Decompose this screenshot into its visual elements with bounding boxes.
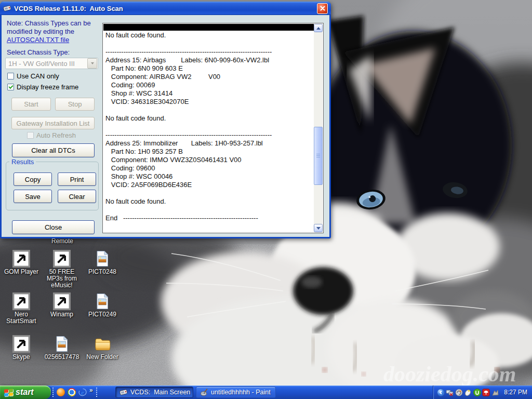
close-icon xyxy=(319,5,326,12)
desktop-icon-label: GOM Player xyxy=(4,269,38,275)
checkbox-label: Auto Refresh xyxy=(36,131,76,139)
checkmark-icon xyxy=(8,84,13,89)
desktop-icon-nero-startsmart[interactable]: Nero StartSmart xyxy=(1,291,42,334)
desktop-icon-pict0249[interactable]: PICT0249 xyxy=(82,291,123,334)
window-client-area: Note: Chassis Types can be modified by e… xyxy=(2,15,329,237)
windows-flag-icon xyxy=(4,388,14,397)
scan-line: Part No: 6N0 909 603 E xyxy=(105,64,313,73)
scan-line xyxy=(105,39,313,48)
clear-all-dtcs-button[interactable]: Clear all DTCs xyxy=(12,143,95,157)
quick-launch-overflow-chevron[interactable]: » xyxy=(89,387,93,394)
scan-line xyxy=(105,106,313,114)
scrollbar-thumb[interactable] xyxy=(314,127,323,185)
window-titlebar[interactable]: VCDS Release 11.11.0: Auto Scan xyxy=(0,2,331,15)
folder-icon xyxy=(94,335,111,353)
utorrent-icon[interactable] xyxy=(473,389,481,396)
avira-icon[interactable] xyxy=(482,389,490,396)
paint-icon xyxy=(200,388,208,396)
mouse-icon[interactable] xyxy=(464,389,472,396)
desktop-icon-winamp[interactable]: Winamp xyxy=(42,291,82,334)
desktop-icon-label: Skype xyxy=(12,354,30,361)
taskbar: start e » VCDS: Main Screen untitledh xyxy=(0,385,532,399)
desktop-icon-new-folder[interactable]: New Folder xyxy=(82,334,123,376)
desktop-icon-pict0248[interactable]: PICT0248 xyxy=(82,248,123,291)
use-can-only-checkbox[interactable]: Use CAN only xyxy=(7,72,59,80)
scan-line: Shop #: WSC 31414 xyxy=(105,89,313,98)
close-window-button[interactable]: Close xyxy=(12,220,95,234)
scan-line: No fault code found. xyxy=(105,114,313,123)
desktop-icon-skype[interactable]: S Skype xyxy=(1,334,42,376)
print-button[interactable]: Print xyxy=(58,172,96,186)
scan-scrollbar[interactable] xyxy=(314,24,323,232)
scan-line: Coding: 00069 xyxy=(105,81,313,89)
chassis-type-select: 1H - VW Golf/Vento III xyxy=(5,58,98,69)
clear-button[interactable]: Clear xyxy=(58,190,96,203)
desktop-icon-emusic[interactable]: 50 FREE MP3s from eMusic! xyxy=(42,248,82,291)
scan-line: Address 15: Airbags Labels: 6N0-909-60x-… xyxy=(105,56,313,64)
desktop-icon-grid: GOM Player 50 FREE MP3s from eMusic! PI xyxy=(1,248,123,376)
checkbox-box[interactable] xyxy=(7,84,14,90)
desktop-icon-label: Winamp xyxy=(50,311,73,318)
note-line2: modified by editing the xyxy=(7,28,74,35)
gom-player-icon[interactable] xyxy=(57,388,65,396)
triangle-down-icon xyxy=(316,227,321,230)
checkbox-label: Use CAN only xyxy=(17,72,59,80)
scrollbar-up-button[interactable] xyxy=(314,24,323,32)
scan-line: No fault code found. xyxy=(105,197,313,206)
scrollbar-down-button[interactable] xyxy=(314,224,323,232)
desktop-icon-label: New Folder xyxy=(86,354,118,361)
scan-line: Shop #: WSC 00046 xyxy=(105,172,313,181)
autoscan-txt-link[interactable]: AUTOSCAN.TXT file xyxy=(7,36,69,44)
scan-line: VCID: 346318E3042070E xyxy=(105,98,313,106)
taskbar-button-paint[interactable]: untitledhhhhh - Paint xyxy=(196,387,276,398)
shortcut-arrow-icon xyxy=(12,335,30,353)
misc-tray-icon[interactable] xyxy=(491,389,499,396)
triangle-up-icon xyxy=(316,27,321,30)
chrome-icon[interactable] xyxy=(68,388,76,396)
desktop-icon-label: PICT0249 xyxy=(88,311,116,318)
desktop-icon-label-remote[interactable]: Remote xyxy=(47,237,78,245)
copy-button[interactable]: Copy xyxy=(14,172,52,186)
desktop-icon-label: 0256517478 xyxy=(45,354,79,361)
desktop-icon-0256517478[interactable]: 0256517478 xyxy=(42,334,82,376)
toolbar-handle[interactable] xyxy=(96,387,98,397)
desktop-icon-label: Nero StartSmart xyxy=(2,311,41,325)
hide-icons-chevron[interactable] xyxy=(437,389,445,396)
scan-line: Component: AIRBAG VW2 V00 xyxy=(105,73,313,81)
scan-line: No fault code found. xyxy=(105,31,313,39)
shortcut-arrow-icon xyxy=(12,292,30,310)
toolbar-handle[interactable] xyxy=(52,387,54,397)
scan-line: ----------------------------------------… xyxy=(105,48,313,56)
display-freeze-frame-checkbox[interactable]: Display freeze frame xyxy=(7,83,78,91)
emusic-film-reel-icon xyxy=(53,250,71,268)
scan-line: Component: IMMO VWZ3Z0S0461431 V00 xyxy=(105,156,313,164)
close-button[interactable] xyxy=(317,3,328,14)
internet-explorer-icon[interactable]: e xyxy=(78,388,87,396)
gom-player-icon xyxy=(12,250,30,268)
system-tray: 8:27 PM xyxy=(433,385,532,399)
scan-output[interactable]: No fault code found.--------------------… xyxy=(102,23,324,233)
vcds-icon xyxy=(119,388,128,396)
stop-button: Stop xyxy=(55,98,95,111)
desktop-icon-label: PICT0248 xyxy=(88,269,116,275)
start-button-taskbar[interactable]: start xyxy=(0,385,51,399)
skype-icon: S xyxy=(12,335,30,353)
chevron-down-icon xyxy=(87,58,97,69)
taskbar-button-label: VCDS: Main Screen xyxy=(130,389,190,396)
checkbox-label: Display freeze frame xyxy=(17,83,78,91)
desktop-icon-gom-player[interactable]: GOM Player xyxy=(1,248,42,291)
save-button[interactable]: Save xyxy=(14,190,52,203)
scan-line xyxy=(105,206,313,214)
chassis-type-value: 1H - VW Golf/Vento III xyxy=(6,60,87,68)
taskbar-button-vcds[interactable]: VCDS: Main Screen xyxy=(115,387,193,398)
scan-lines: No fault code found.--------------------… xyxy=(105,31,313,232)
scan-line: VCID: 2A5F069BD6E436E xyxy=(105,181,313,189)
scan-line: Address 25: Immobilizer Labels: 1H0-953-… xyxy=(105,139,313,148)
image-file-icon xyxy=(94,250,111,268)
checkbox-box[interactable] xyxy=(7,73,14,79)
scan-selection-bar xyxy=(103,24,314,31)
wallpaper-watermark: dooziedog.com xyxy=(383,362,516,386)
update-icon[interactable] xyxy=(455,389,463,396)
network-offline-icon[interactable] xyxy=(446,389,454,396)
desktop: dooziedog.com Remote GOM Player xyxy=(0,0,532,399)
